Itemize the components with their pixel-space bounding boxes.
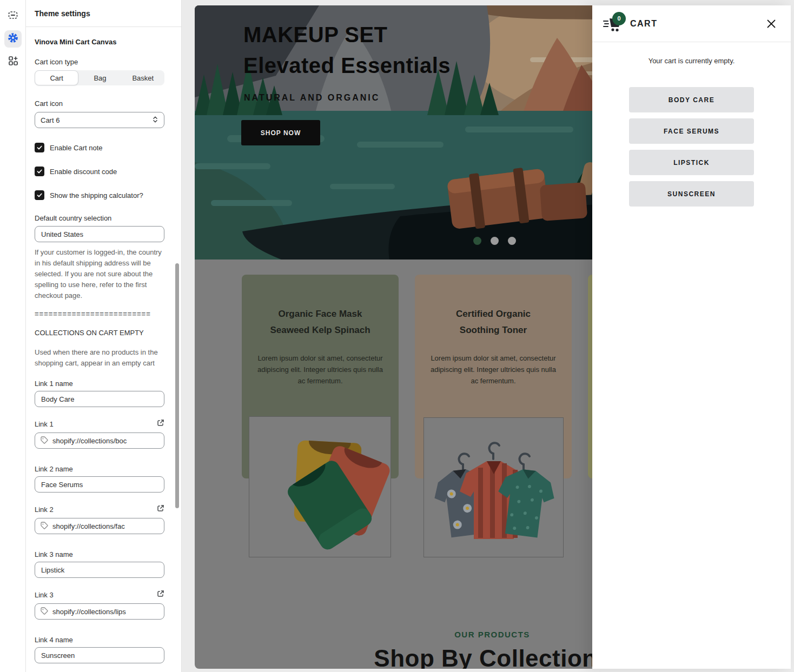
cart-empty-message: Your cart is currently empty. <box>592 57 791 65</box>
apps-nav-button[interactable] <box>4 53 22 70</box>
cart-icon-select[interactable]: Cart 6 <box>35 112 164 128</box>
checkbox-checked-icon <box>35 143 44 152</box>
product-1-image-folded-shirts <box>249 416 391 557</box>
carousel-dot-3[interactable] <box>508 237 516 245</box>
hero-title: MAKEUP SET Elevated Essentials <box>243 19 451 81</box>
cart-icon-type-label: Cart icon type <box>35 58 164 66</box>
tag-icon <box>41 436 48 445</box>
cart-icon-label: Cart icon <box>35 99 164 108</box>
link-2-url-input[interactable]: shopify://collections/fac <box>35 518 164 534</box>
gear-icon <box>8 32 18 45</box>
apps-icon <box>8 55 18 68</box>
cart-drawer-title: CART <box>630 19 657 29</box>
tag-icon <box>41 607 48 616</box>
cart-count-badge: 0 <box>612 12 626 25</box>
cart-icon-select-value: Cart 6 <box>41 116 59 124</box>
link-1-name-input[interactable] <box>35 391 164 407</box>
link-4-name-label: Link 4 name <box>35 636 164 644</box>
country-help-text: If your customer is logged-in, the count… <box>35 247 164 301</box>
checkbox-label: Enable discount code <box>50 168 117 176</box>
product-1-title-line-1: Organic Face Mask <box>242 306 399 322</box>
close-icon[interactable] <box>764 16 779 31</box>
link-3-url-value: shopify://collections/lips <box>52 608 126 616</box>
segment-cart[interactable]: Cart <box>35 70 78 85</box>
link-1-url-value: shopify://collections/boc <box>52 437 127 445</box>
panel-title: Theme settings <box>26 0 181 27</box>
hero-title-line-2: Elevated Essentials <box>243 50 451 81</box>
shop-now-button[interactable]: SHOP NOW <box>241 120 320 145</box>
external-link-icon[interactable] <box>157 504 164 514</box>
link-1-url-input[interactable]: shopify://collections/boc <box>35 433 164 449</box>
sections-nav-button[interactable] <box>4 8 22 25</box>
panel-scrollbar[interactable] <box>175 263 179 508</box>
link-4-name-input[interactable] <box>35 647 164 663</box>
checkbox-label: Show the shipping calculator? <box>50 191 143 199</box>
checkbox-enable-cart-note[interactable]: Enable Cart note <box>35 143 164 152</box>
cart-collection-buttons: BODY CARE FACE SERUMS LIPSTICK SUNSCREEN <box>629 87 754 207</box>
theme-settings-nav-button[interactable] <box>4 30 22 48</box>
checkbox-label: Enable Cart note <box>50 144 103 152</box>
cart-drawer-header: 0 CART <box>592 5 791 42</box>
country-label: Default country selection <box>35 214 164 222</box>
product-1-description: Lorem ipsum dolor sit amet, consectetur … <box>242 352 399 387</box>
carousel-dots <box>473 237 516 245</box>
carousel-dot-1[interactable] <box>473 237 481 245</box>
link-3-url-input[interactable]: shopify://collections/lips <box>35 603 164 620</box>
product-1-title-line-2: Seaweed Kelp Spinach <box>242 322 399 338</box>
link-1-label: Link 1 <box>35 420 54 428</box>
collections-description: Used when there are no products in the s… <box>35 347 164 369</box>
checkbox-shipping-calculator[interactable]: Show the shipping calculator? <box>35 190 164 200</box>
link-3-label: Link 3 <box>35 591 54 599</box>
chevron-updown-icon <box>152 116 158 125</box>
external-link-icon[interactable] <box>157 590 164 600</box>
product-2-description: Lorem ipsum dolor sit amet, consectetur … <box>415 352 572 387</box>
editor-icon-rail <box>0 0 26 672</box>
tag-icon <box>41 522 48 531</box>
checkbox-checked-icon <box>35 167 44 176</box>
cart-icon-type-segmented: Cart Bag Basket <box>35 70 164 85</box>
collection-button-body-care[interactable]: BODY CARE <box>629 87 754 112</box>
section-title: Vinova Mini Cart Canvas <box>35 38 164 46</box>
collection-button-sunscreen[interactable]: SUNSCREEN <box>629 181 754 207</box>
mini-cart-drawer: 0 CART Your cart is currently empty. BOD… <box>592 5 791 669</box>
link-3-name-input[interactable] <box>35 562 164 578</box>
link-2-url-value: shopify://collections/fac <box>52 522 125 530</box>
hero-subtitle: NATURAL AND ORGANIC <box>244 93 380 103</box>
collections-heading: COLLECTIONS ON CART EMPTY <box>35 329 164 337</box>
product-2-title-line-1: Certified Organic <box>415 306 572 322</box>
link-2-name-input[interactable] <box>35 476 164 493</box>
link-2-name-label: Link 2 name <box>35 465 164 473</box>
separator-text: ========================= <box>35 310 164 318</box>
hero-title-line-1: MAKEUP SET <box>243 19 451 50</box>
carousel-dot-2[interactable] <box>491 237 499 245</box>
link-2-label: Link 2 <box>35 505 54 514</box>
product-2-title-line-2: Soothing Toner <box>415 322 572 338</box>
segment-bag[interactable]: Bag <box>78 70 121 85</box>
checkbox-enable-discount-code[interactable]: Enable discount code <box>35 167 164 176</box>
segment-basket[interactable]: Basket <box>122 70 164 85</box>
collection-button-lipstick[interactable]: LIPSTICK <box>629 150 754 175</box>
sections-icon <box>8 10 18 23</box>
cart-trolley-icon: 0 <box>602 13 625 35</box>
link-1-name-label: Link 1 name <box>35 380 164 388</box>
checkbox-checked-icon <box>35 190 44 200</box>
external-link-icon[interactable] <box>157 419 164 429</box>
collection-button-face-serums[interactable]: FACE SERUMS <box>629 118 754 144</box>
product-2-image-hanging-shirts <box>424 417 564 557</box>
link-3-name-label: Link 3 name <box>35 550 164 558</box>
theme-settings-panel: Theme settings Vinova Mini Cart Canvas C… <box>26 0 182 672</box>
country-input[interactable] <box>35 226 164 242</box>
